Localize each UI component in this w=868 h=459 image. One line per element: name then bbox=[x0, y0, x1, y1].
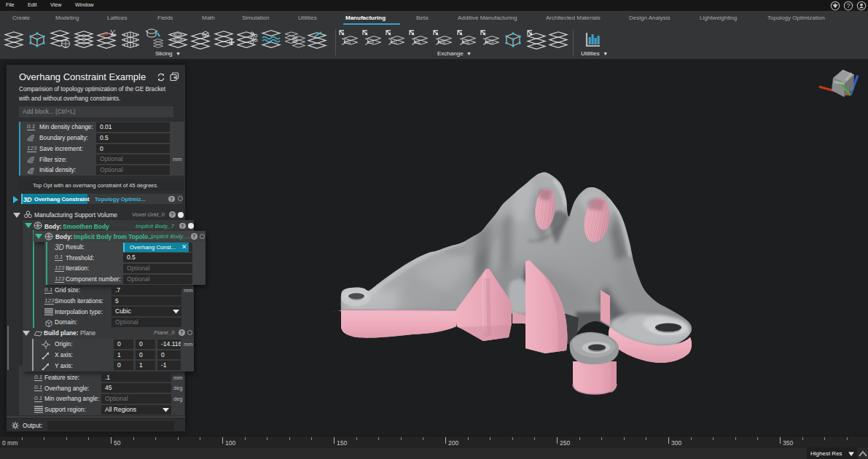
svg-text:CSV: CSV bbox=[344, 41, 351, 44]
svg-text:CLI: CLI bbox=[391, 41, 396, 44]
svg-text:RENI: RENI bbox=[438, 41, 446, 44]
svg-text:CLF: CLF bbox=[368, 41, 375, 44]
svg-text:?: ? bbox=[847, 2, 851, 9]
svg-text:3D: 3D bbox=[55, 243, 64, 251]
svg-text:ARCA: ARCA bbox=[485, 41, 494, 44]
svg-text:3D: 3D bbox=[23, 196, 32, 203]
svg-text:EOS: EOS bbox=[462, 41, 469, 44]
svg-text:SSL: SSL bbox=[415, 41, 421, 44]
